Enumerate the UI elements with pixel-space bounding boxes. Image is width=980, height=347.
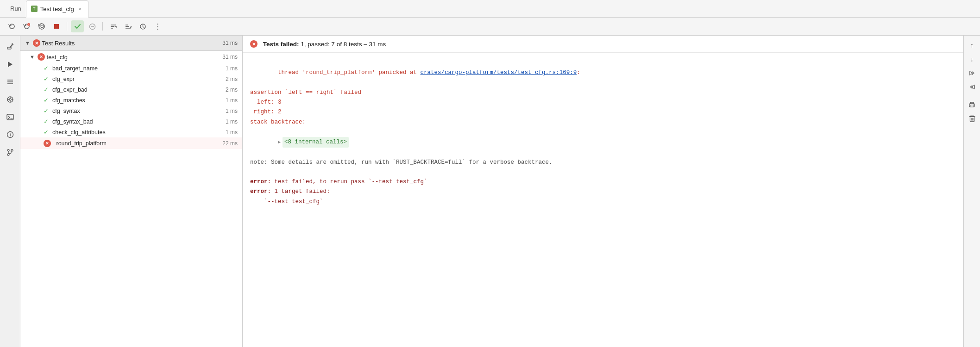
fail-icon-7: ✕ <box>44 139 51 147</box>
test-item-round-trip-platform[interactable]: ✕ round_trip_platform 22 ms <box>20 137 242 149</box>
test-results-header[interactable]: ▼ ✕ Test Results 31 ms <box>20 36 242 51</box>
svg-point-20 <box>9 99 11 100</box>
summary-failed-count: 1 <box>301 41 304 48</box>
pass-icon-2: ✓ <box>44 86 49 93</box>
print-button[interactable] <box>966 99 979 111</box>
tab-bar: Run T Test test_cfg × <box>0 0 980 18</box>
history-button[interactable] <box>136 20 149 32</box>
sort-duration-button[interactable] <box>107 20 119 32</box>
group-fail-badge: ✕ <box>38 53 45 61</box>
svg-line-13 <box>10 44 13 47</box>
output-line-2: left: 3 <box>250 98 956 107</box>
test-item-cfg-syntax[interactable]: ✓ cfg_syntax 1 ms <box>20 105 242 116</box>
scroll-down-button[interactable]: ↓ <box>966 53 979 65</box>
output-panel: ✕ Tests failed: 1, passed: 7 of 8 tests … <box>243 36 963 347</box>
sort-alpha-button[interactable] <box>121 20 134 32</box>
svg-point-37 <box>973 104 974 105</box>
sidebar-hammer-icon[interactable] <box>3 39 18 54</box>
test-item-cfg-matches[interactable]: ✓ cfg_matches 1 ms <box>20 95 242 105</box>
sidebar-run-icon[interactable] <box>3 57 18 72</box>
pass-icon-6: ✓ <box>44 129 49 136</box>
test-item-bad-target-name[interactable]: ✓ bad_target_name 1 ms <box>20 63 242 74</box>
test-name-2: cfg_expr_bad <box>52 87 88 93</box>
pass-icon-1: ✓ <box>44 75 49 82</box>
rerun-button[interactable] <box>6 20 19 32</box>
svg-point-30 <box>7 149 9 151</box>
test-item-cfg-syntax-bad[interactable]: ✓ cfg_syntax_bad 1 ms <box>20 116 242 127</box>
summary-of: of <box>335 41 344 48</box>
right-sidebar: ↑ ↓ <box>963 36 980 347</box>
test-time-1: 2 ms <box>226 76 238 82</box>
internal-calls-toggle[interactable]: ▶ <8 internal calls> <box>278 137 349 148</box>
svg-point-32 <box>11 149 13 151</box>
sidebar-list-icon[interactable] <box>3 74 18 89</box>
test-time-2: 2 ms <box>226 87 238 93</box>
scroll-to-end-button[interactable] <box>966 67 979 79</box>
sidebar-git-icon[interactable] <box>3 145 18 160</box>
output-body: thread 'round_trip_platform' panicked at… <box>243 53 963 347</box>
line0-text1: thread 'round_trip_platform' panicked at <box>278 69 421 76</box>
test-item-cfg-expr-bad[interactable]: ✓ cfg_expr_bad 2 ms <box>20 84 242 95</box>
output-line-9: `--test test_cfg` <box>250 197 956 207</box>
test-list: ▼ ✕ test_cfg 31 ms ✓ bad_target_name 1 m… <box>20 51 242 347</box>
left-sidebar <box>0 36 20 347</box>
test-results-time: 31 ms <box>222 40 238 46</box>
scroll-up-button[interactable]: ↑ <box>966 39 979 51</box>
more-icon: ⋮ <box>154 22 161 31</box>
test-time-6: 1 ms <box>226 129 238 136</box>
test-name-7: round_trip_platform <box>56 140 106 147</box>
summary-tests: tests – <box>347 41 369 48</box>
sidebar-terminal-icon[interactable] <box>3 110 18 124</box>
summary-passed: 7 <box>331 41 335 48</box>
pass-icon-0: ✓ <box>44 65 49 72</box>
tab-test-cfg[interactable]: T Test test_cfg × <box>26 0 88 18</box>
scroll-to-start-button[interactable] <box>966 81 979 93</box>
header-fail-badge: ✕ <box>33 39 40 47</box>
toolbar: ! <box>0 18 980 36</box>
svg-text:!: ! <box>28 24 29 26</box>
rerun-failed-button[interactable]: ! <box>20 20 33 32</box>
output-line-5[interactable]: ▶ <8 internal calls> <box>250 127 956 158</box>
main-area: ▼ ✕ Test Results 31 ms ▼ ✕ test_cfg 31 m… <box>0 36 980 347</box>
test-item-check-cfg-attributes[interactable]: ✓ check_cfg_attributes 1 ms <box>20 127 242 137</box>
rerun-all-button[interactable] <box>35 20 48 32</box>
toggle-skipped-button[interactable] <box>86 20 99 32</box>
test-time-5: 1 ms <box>226 118 238 125</box>
more-button[interactable]: ⋮ <box>151 20 164 32</box>
toolbar-sep-1 <box>67 22 67 31</box>
line0-text2: : <box>577 69 580 76</box>
output-line-7: error: test failed, to rerun pass `--tes… <box>250 177 956 187</box>
output-line-6: note: Some details are omitted, run with… <box>250 158 956 167</box>
summary-time: 31 ms <box>369 41 386 48</box>
line0-link[interactable]: crates/cargo-platform/tests/test_cfg.rs:… <box>421 69 577 76</box>
output-line-1: assertion `left == right` failed <box>250 88 956 98</box>
toggle-passed-button[interactable] <box>71 20 84 32</box>
internal-calls-label: <8 internal calls> <box>283 137 349 148</box>
test-item-cfg-expr[interactable]: ✓ cfg_expr 2 ms <box>20 74 242 84</box>
test-name-3: cfg_matches <box>52 97 85 104</box>
group-arrow: ▼ <box>30 54 35 60</box>
svg-point-29 <box>10 133 11 134</box>
tab-run[interactable]: Run <box>6 0 26 17</box>
sidebar-info-icon[interactable] <box>3 127 18 142</box>
test-name-6: check_cfg_attributes <box>52 129 106 136</box>
test-name-5: cfg_syntax_bad <box>52 118 93 125</box>
pass-icon-3: ✓ <box>44 97 49 104</box>
test-time-4: 1 ms <box>226 108 238 114</box>
test-time-0: 1 ms <box>226 65 238 72</box>
sidebar-plugin-icon[interactable] <box>3 92 18 107</box>
test-group-header[interactable]: ▼ ✕ test_cfg 31 ms <box>20 51 242 63</box>
output-line-3: right: 2 <box>250 107 956 117</box>
group-time: 31 ms <box>222 54 238 60</box>
delete-button[interactable] <box>966 112 979 124</box>
test-panel: ▼ ✕ Test Results 31 ms ▼ ✕ test_cfg 31 m… <box>20 36 243 347</box>
stop-button[interactable] <box>50 20 63 32</box>
pass-icon-5: ✓ <box>44 118 49 125</box>
output-line-0: thread 'round_trip_platform' panicked at… <box>250 58 956 88</box>
expand-triangle: ▶ <box>278 138 281 146</box>
tab-close-button[interactable]: × <box>77 5 83 12</box>
output-line-4: stack backtrace: <box>250 118 956 127</box>
output-summary-label: Tests failed: 1, passed: 7 of 8 tests – … <box>263 41 386 48</box>
svg-rect-2 <box>54 24 59 29</box>
test-tab-label: Test test_cfg <box>40 6 74 12</box>
